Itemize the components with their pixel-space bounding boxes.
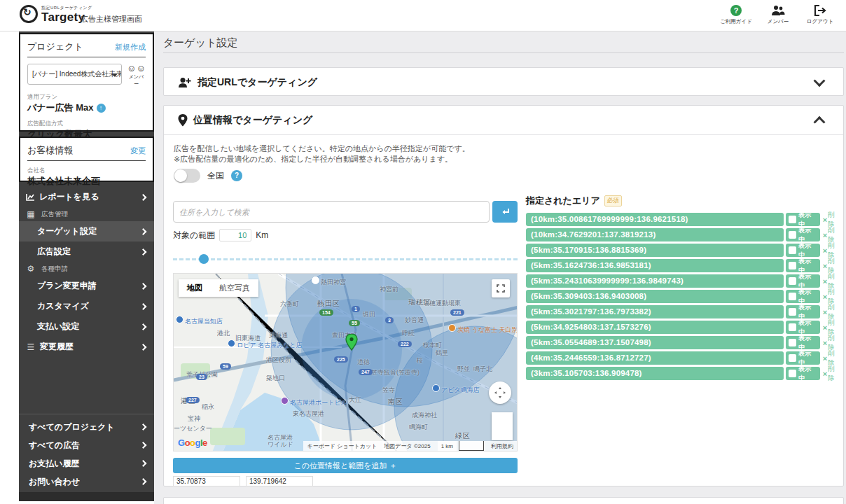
area-show-toggle[interactable]: 表示中: [786, 305, 820, 318]
add-location-button[interactable]: この位置情報と範囲を追加 ＋: [173, 458, 518, 473]
sidebar-bottom-item[interactable]: お支払い履歴: [19, 454, 154, 472]
sidebar-item[interactable]: カスタマイズ: [19, 296, 154, 316]
checkbox-icon[interactable]: [789, 277, 796, 285]
area-show-toggle[interactable]: 表示中: [786, 213, 820, 226]
sidebar-bottom-item[interactable]: すべての広告: [19, 436, 154, 454]
map-pin-icon: [178, 114, 188, 127]
sidebar-item[interactable]: 広告設定: [19, 241, 154, 262]
checkbox-icon[interactable]: [789, 246, 796, 254]
map-label: 成海神社: [412, 411, 437, 420]
checkbox-icon[interactable]: [789, 370, 796, 377]
nationwide-toggle[interactable]: [174, 169, 200, 183]
map-button[interactable]: 地図: [179, 279, 211, 297]
road-shield: 227: [186, 397, 200, 403]
area-show-toggle[interactable]: 表示中: [786, 244, 820, 257]
chevron-up-icon[interactable]: [814, 115, 826, 127]
area-pill: (10km:34.7629201:137.3819213): [526, 228, 784, 241]
header-nav-logout[interactable]: ログアウト: [804, 4, 836, 25]
map-label: 妙音通: [405, 316, 424, 325]
members-button[interactable]: ☺☺ メンバー: [127, 64, 146, 88]
upgrade-icon[interactable]: ↑: [97, 104, 106, 113]
help-circle-icon: ?: [730, 5, 742, 16]
area-show-toggle[interactable]: 表示中: [786, 321, 820, 334]
sidebar-item[interactable]: ☰変更履歴: [19, 337, 154, 357]
latitude-input[interactable]: [173, 476, 240, 486]
plan-label: 適用プラン: [27, 93, 146, 102]
area-delete-button[interactable]: ×削除: [823, 365, 841, 383]
close-icon: ×: [823, 293, 827, 301]
map-canvas[interactable]: 熱田神宮神宮前瑞穂区熱田区六番町名古屋当知店港北旧東海道東海通ロピア 名古屋みな…: [173, 273, 518, 451]
fullscreen-button[interactable]: [492, 279, 510, 298]
area-show-toggle[interactable]: 表示中: [786, 290, 820, 303]
area-pill: (4km:35.2446559:136.8712727): [526, 351, 784, 365]
close-icon: ×: [823, 262, 827, 270]
poi-dot-icon: [432, 384, 440, 392]
search-submit-button[interactable]: [492, 201, 518, 223]
map-column: 対象の範囲 Km: [173, 201, 518, 486]
sidebar-bottom-item[interactable]: お問い合わせ: [19, 472, 154, 491]
sidebar-item[interactable]: 支払い設定: [19, 316, 154, 337]
checkbox-icon[interactable]: [789, 354, 796, 362]
area-row: (5km:35.24310639999999:136.9849743)表示中×削…: [526, 274, 841, 288]
area-row: (3km:35.105703:136.909478)表示中×削除: [526, 367, 841, 380]
address-search-input[interactable]: [173, 201, 490, 223]
map-label: 六番町: [280, 300, 299, 309]
slider-handle[interactable]: [199, 254, 209, 264]
create-new-link[interactable]: 新規作成: [115, 42, 146, 52]
road-shield: 55: [349, 320, 360, 326]
checkbox-icon[interactable]: [789, 216, 796, 223]
location-description-2: ※広告配信量の最適化のため、指定した半径が自動調整される場合があります。: [174, 154, 452, 164]
sidebar-item[interactable]: プラン変更申請: [19, 276, 154, 296]
map-label: 鳴子北: [473, 365, 492, 374]
checkbox-icon[interactable]: [789, 262, 796, 270]
map-label: 呼続: [402, 329, 415, 338]
area-show-toggle[interactable]: 表示中: [786, 367, 820, 380]
area-pill: (5km:35.309403:136.9403008): [526, 290, 784, 303]
customer-card: お客様情報 変更 会社名 株式会社未来企画: [19, 136, 154, 182]
terms-link[interactable]: 利用規約: [487, 441, 517, 451]
page-title: ターゲット設定: [163, 36, 237, 50]
project-select[interactable]: [バナー] Indeed株式会社未来企画: [27, 64, 122, 85]
area-show-toggle[interactable]: 表示中: [786, 228, 820, 241]
nationwide-label: 全国: [207, 170, 224, 182]
map-label: ワイルド: [268, 440, 293, 449]
satellite-button[interactable]: 航空写真: [211, 279, 258, 297]
area-show-toggle[interactable]: 表示中: [786, 274, 820, 288]
header-nav-members[interactable]: メンバー: [762, 4, 794, 25]
area-row: (5km:35.170915:136.8815369)表示中×削除: [526, 244, 841, 257]
longitude-input[interactable]: [246, 476, 313, 486]
help-icon[interactable]: ?: [231, 170, 242, 181]
header-nav-help-circle[interactable]: ?ご利用ガイド: [720, 4, 752, 25]
url-targeting-section[interactable]: 指定URLでターゲティング: [163, 67, 844, 96]
title-divider: [163, 52, 844, 53]
checkbox-icon[interactable]: [789, 293, 796, 300]
header-nav-label: メンバー: [768, 18, 789, 25]
range-input[interactable]: [219, 229, 251, 241]
area-show-toggle[interactable]: 表示中: [786, 351, 820, 365]
project-card-title: プロジェクト: [27, 41, 83, 53]
area-show-toggle[interactable]: 表示中: [786, 336, 820, 349]
area-pill: (5km:35.24310639999999:136.9849743): [526, 274, 784, 288]
company-name: 株式会社未来企画: [27, 175, 146, 188]
chevron-down-icon[interactable]: [814, 75, 826, 87]
areas-list: (10km:35.00861769999999:136.9621518)表示中×…: [526, 213, 841, 380]
pan-control[interactable]: [489, 382, 511, 404]
next-section-card: [163, 497, 844, 504]
keyboard-shortcuts-link[interactable]: キーボード ショートカット: [303, 441, 380, 451]
map-zoom-control[interactable]: [492, 412, 513, 440]
app-title: 広告主様管理画面: [81, 8, 142, 24]
area-show-toggle[interactable]: 表示中: [786, 259, 820, 272]
checkbox-icon[interactable]: [789, 323, 796, 331]
sidebar-item[interactable]: ターゲット設定: [19, 221, 154, 241]
map-marker-icon[interactable]: [345, 334, 358, 351]
sidebar-bottom-item[interactable]: すべてのプロジェクト: [19, 418, 154, 436]
map-scale-label: 1 km: [438, 441, 457, 451]
checkbox-icon[interactable]: [789, 231, 796, 239]
checkbox-icon[interactable]: [789, 308, 796, 316]
area-row: (5km:34.9254803:137.1573276)表示中×削除: [526, 321, 841, 334]
sidebar-item[interactable]: レポートを見る: [19, 187, 154, 207]
poi-dot-icon: [176, 316, 183, 323]
change-link[interactable]: 変更: [130, 146, 146, 156]
slider-track[interactable]: [173, 258, 518, 260]
checkbox-icon[interactable]: [789, 339, 796, 346]
